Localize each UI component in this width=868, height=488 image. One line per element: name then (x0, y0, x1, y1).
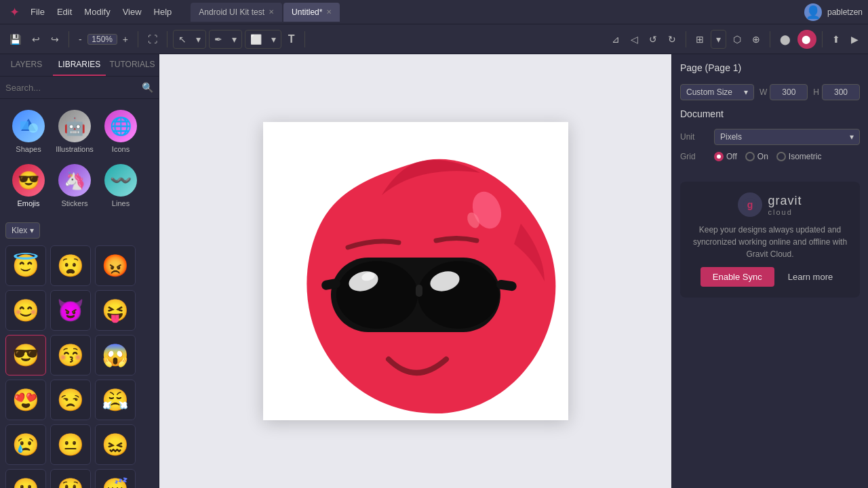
search-input[interactable] (5, 83, 138, 93)
text-tool[interactable]: T (284, 30, 299, 48)
sep5 (686, 31, 686, 47)
tab-label-active: Untitled* (292, 7, 322, 17)
emoji-item-12[interactable]: 😤 (95, 380, 136, 420)
redo2[interactable]: ↻ (664, 31, 680, 47)
app-logo[interactable]: ✦ (5, 2, 24, 22)
emoji-item-7[interactable]: 😎 (5, 335, 46, 375)
arrange-btn[interactable]: ⊞ (692, 31, 708, 47)
emoji-item-3[interactable]: 😡 (95, 245, 136, 286)
category-icons[interactable]: 🌐 Icons (98, 104, 144, 159)
tab-tutorials[interactable]: TUTORIALS (106, 54, 159, 76)
search-button[interactable]: 🔍 (142, 82, 153, 93)
height-field: H (813, 84, 860, 100)
pen-tool[interactable]: ✒ (210, 31, 226, 47)
tab-libraries[interactable]: LIBRARIES (53, 54, 106, 76)
mirror-h[interactable]: ◁ (627, 31, 642, 47)
sep3 (167, 31, 167, 47)
tab-close-untitled[interactable]: ✕ (326, 8, 332, 16)
shape-group: ⬜ ▾ (245, 30, 281, 49)
menu-view[interactable]: View (117, 4, 147, 20)
pen-dropdown[interactable]: ▾ (228, 31, 241, 47)
emoji-item-6[interactable]: 😝 (95, 290, 136, 331)
emoji-item-9[interactable]: 😱 (95, 335, 136, 375)
grid-off-radio[interactable] (714, 152, 724, 161)
emoji-set-dropdown[interactable]: Klex ▾ (5, 222, 40, 239)
grid-on-radio[interactable] (745, 152, 755, 161)
import-btn[interactable]: ⬤ (776, 31, 795, 47)
learn-more-button[interactable]: Learn more (781, 267, 840, 287)
enable-sync-button[interactable]: Enable Sync (701, 267, 774, 287)
fit-button[interactable]: ⛶ (144, 31, 161, 47)
tab-close-android[interactable]: ✕ (269, 8, 274, 16)
grid-isometric[interactable]: Isometric (776, 152, 822, 161)
menu-help[interactable]: Help (149, 4, 178, 20)
grid-on[interactable]: On (745, 152, 768, 161)
emoji-item-13[interactable]: 😢 (5, 424, 46, 465)
emoji-item-8[interactable]: 😚 (50, 335, 91, 375)
emoji-item-11[interactable]: 😒 (50, 380, 91, 420)
path-tool[interactable]: ⊿ (608, 31, 624, 47)
size-dropdown[interactable]: Custom Size ▾ (680, 84, 754, 100)
emoji-item-10[interactable]: 😍 (5, 380, 46, 420)
pathfinder-btn[interactable]: ⊕ (748, 31, 764, 47)
document-title: Document (680, 108, 860, 119)
select-tool[interactable]: ↖ (174, 31, 191, 47)
zoom-plus[interactable]: + (119, 31, 132, 47)
present-btn[interactable]: ▶ (847, 31, 863, 47)
width-input[interactable] (770, 84, 808, 100)
category-shapes[interactable]: Shapes (5, 104, 52, 159)
tab-android[interactable]: Android UI Kit test ✕ (191, 3, 282, 22)
shapes-icon (12, 110, 45, 142)
zoom-control: - + (75, 31, 132, 47)
category-lines[interactable]: 〰️ Lines (98, 159, 144, 213)
redo-button[interactable]: ↪ (47, 31, 63, 47)
tabs-area: Android UI Kit test ✕ Untitled* ✕ (191, 3, 804, 22)
emoji-item-1[interactable]: 😇 (5, 245, 46, 286)
height-input[interactable] (822, 84, 860, 100)
menu-edit[interactable]: Edit (52, 4, 77, 20)
arrange-dropdown[interactable]: ▾ (712, 31, 725, 47)
illustrations-icon: 🤖 (58, 110, 91, 142)
emoji-item-16[interactable]: 😷 (5, 469, 46, 488)
emojis-icon: 😎 (12, 164, 45, 197)
share-btn[interactable]: ⬆ (828, 31, 844, 47)
sep7 (822, 31, 823, 47)
active-tool[interactable]: ⬤ (797, 30, 816, 49)
unit-dropdown[interactable]: Pixels ▾ (714, 129, 860, 145)
tab-layers[interactable]: LAYERS (0, 54, 53, 76)
canvas-area (159, 54, 671, 488)
undo2[interactable]: ↺ (645, 31, 661, 47)
svg-point-6 (336, 261, 418, 329)
grid-off-label: Off (726, 152, 737, 161)
emoji-item-17[interactable]: 😲 (50, 469, 91, 488)
grid-off[interactable]: Off (714, 152, 737, 161)
avatar[interactable]: 👤 (804, 3, 822, 21)
emoji-item-4[interactable]: 😊 (5, 290, 46, 331)
menu-file[interactable]: File (25, 4, 50, 20)
width-label: W (760, 87, 767, 97)
document-section: Document Unit Pixels ▾ Grid Off (680, 108, 860, 168)
zoom-input[interactable] (87, 34, 117, 45)
emoji-item-14[interactable]: 😐 (50, 424, 91, 465)
shape-tool[interactable]: ⬜ (246, 31, 266, 47)
size-dropdown-label: Custom Size (686, 87, 732, 97)
category-illustrations[interactable]: 🤖 Illustrations (52, 104, 98, 159)
category-stickers[interactable]: 🦄 Stickers (52, 159, 98, 213)
category-emojis[interactable]: 😎 Emojis (5, 159, 52, 213)
emoji-item-15[interactable]: 😖 (95, 424, 136, 465)
shape-dropdown[interactable]: ▾ (267, 31, 280, 47)
emoji-item-5[interactable]: 😈 (50, 290, 91, 331)
tab-untitled[interactable]: Untitled* ✕ (283, 3, 340, 22)
export-btn[interactable]: ⬡ (729, 31, 745, 47)
unit-row: Unit Pixels ▾ (680, 129, 860, 145)
select-dropdown[interactable]: ▾ (192, 31, 205, 47)
undo-button[interactable]: ↩ (28, 31, 44, 47)
search-bar: 🔍 (0, 77, 159, 99)
grid-iso-radio[interactable] (776, 152, 786, 161)
zoom-minus[interactable]: - (75, 31, 86, 47)
save-button[interactable]: 💾 (5, 31, 25, 47)
emoji-item-2[interactable]: 😧 (50, 245, 91, 286)
menu-modify[interactable]: Modify (79, 4, 115, 20)
height-label: H (813, 87, 819, 97)
emoji-item-18[interactable]: 😴 (95, 469, 136, 488)
